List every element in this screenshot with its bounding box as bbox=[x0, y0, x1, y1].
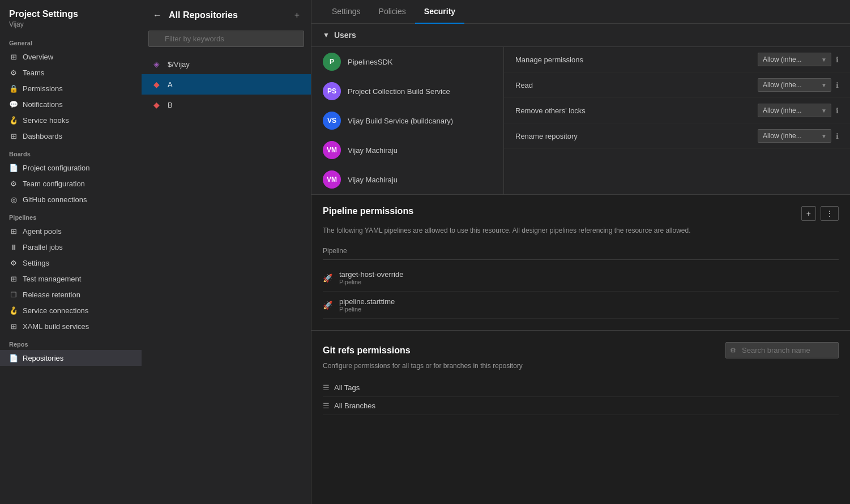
user-item-vijay-machiraju-1[interactable]: VM Vijay Machiraju bbox=[311, 135, 503, 165]
git-refs-header: Git refs permissions ⚙ bbox=[323, 342, 839, 358]
select-wrapper-read: Allow (inhe... ▼ bbox=[758, 78, 831, 92]
sidebar-item-xaml-build[interactable]: ⊞ XAML build services bbox=[0, 318, 142, 334]
sidebar-item-label: XAML build services bbox=[23, 322, 89, 331]
pipeline-item-starttime: 🚀 pipeline.starttime Pipeline bbox=[323, 292, 839, 319]
user-item-vijay-machiraju-2[interactable]: VM Vijay Machiraju bbox=[311, 165, 503, 194]
xaml-icon: ⊞ bbox=[9, 322, 18, 331]
team-config-icon: ⚙ bbox=[9, 179, 18, 188]
sidebar-item-label: Settings bbox=[23, 259, 49, 267]
git-ref-name-all-branches: All Branches bbox=[334, 402, 375, 410]
pipeline-permissions-title: Pipeline permissions bbox=[323, 206, 413, 216]
sidebar-item-notifications[interactable]: 💬 Notifications bbox=[0, 96, 142, 112]
permission-label-manage: Manage permissions bbox=[515, 55, 583, 64]
sidebar-item-label: Repositories bbox=[23, 354, 63, 362]
sidebar-item-test-management[interactable]: ⊞ Test management bbox=[0, 271, 142, 287]
sidebar-item-parallel-jobs[interactable]: ⏸ Parallel jobs bbox=[0, 239, 142, 255]
repo-icon-a: ◆ bbox=[151, 79, 162, 90]
sidebar-item-team-configuration[interactable]: ⚙ Team configuration bbox=[0, 176, 142, 191]
permission-control-read: Allow (inhe... ▼ ℹ bbox=[758, 78, 839, 92]
parallel-jobs-icon: ⏸ bbox=[9, 242, 18, 251]
back-button[interactable]: ← bbox=[151, 8, 164, 23]
sidebar-item-permissions[interactable]: 🔒 Permissions bbox=[0, 80, 142, 96]
tabs-bar: Settings Policies Security bbox=[311, 0, 850, 24]
pipeline-item-type-starttime: Pipeline bbox=[339, 306, 395, 313]
avatar-pipelinesdk: P bbox=[323, 53, 341, 71]
tab-settings[interactable]: Settings bbox=[323, 0, 370, 24]
info-icon-manage[interactable]: ℹ bbox=[836, 55, 839, 64]
repo-name-a: A bbox=[168, 80, 173, 89]
pipeline-permissions-section: Pipeline permissions + ⋮ The following Y… bbox=[311, 195, 850, 331]
permissions-panel: Manage permissions Allow (inhe... ▼ ℹ Re… bbox=[504, 47, 850, 194]
repo-name-vijay: $/Vijay bbox=[168, 60, 190, 69]
sidebar-subtitle: Vijay bbox=[9, 20, 133, 28]
repo-item-b[interactable]: ◆ B bbox=[142, 95, 311, 115]
search-branch-wrapper: ⚙ bbox=[725, 342, 839, 358]
sidebar-item-label: GitHub connections bbox=[23, 195, 87, 204]
pipeline-description: The following YAML pipelines are allowed… bbox=[323, 225, 708, 236]
repo-item-vijay[interactable]: ◈ $/Vijay bbox=[142, 54, 311, 74]
middle-header: ← All Repositories + bbox=[142, 0, 311, 31]
info-icon-rename[interactable]: ℹ bbox=[836, 132, 839, 140]
permission-select-rename[interactable]: Allow (inhe... bbox=[758, 129, 831, 143]
sidebar-item-label: Team configuration bbox=[23, 180, 85, 188]
user-item-pipelinesdk[interactable]: P PipelinesSDK bbox=[311, 47, 503, 76]
sidebar-section-repos: Repos bbox=[0, 334, 142, 350]
permission-label-rename: Rename repository bbox=[515, 132, 578, 140]
filter-bar: ⚙ bbox=[142, 31, 311, 54]
add-repo-button[interactable]: + bbox=[292, 8, 302, 23]
main-content: Settings Policies Security ▼ Users P Pip… bbox=[311, 0, 850, 504]
add-pipeline-button[interactable]: + bbox=[801, 206, 816, 221]
tab-security[interactable]: Security bbox=[415, 0, 464, 24]
users-title: Users bbox=[334, 31, 356, 40]
info-icon-remove-locks[interactable]: ℹ bbox=[836, 106, 839, 115]
permission-control-rename: Allow (inhe... ▼ ℹ bbox=[758, 129, 839, 143]
sidebar-item-project-configuration[interactable]: 📄 Project configuration bbox=[0, 160, 142, 176]
repo-name-b: B bbox=[168, 101, 173, 109]
user-item-vijay-build[interactable]: VS Vijay Build Service (buildcanary) bbox=[311, 106, 503, 135]
user-name-vijay-build: Vijay Build Service (buildcanary) bbox=[348, 117, 453, 125]
sidebar-item-agent-pools[interactable]: ⊞ Agent pools bbox=[0, 223, 142, 239]
sidebar-item-teams[interactable]: ⚙ Teams bbox=[0, 65, 142, 80]
pipeline-actions: + ⋮ bbox=[801, 206, 839, 221]
sidebar-item-dashboards[interactable]: ⊞ Dashboards bbox=[0, 128, 142, 144]
select-wrapper-remove-locks: Allow (inhe... ▼ bbox=[758, 104, 831, 117]
users-chevron-icon: ▼ bbox=[323, 31, 330, 39]
repo-item-a[interactable]: ◆ A bbox=[142, 74, 311, 95]
pipeline-permissions-header: Pipeline permissions + ⋮ bbox=[323, 206, 839, 221]
sidebar-item-release-retention[interactable]: ☐ Release retention bbox=[0, 287, 142, 302]
sidebar-item-repositories[interactable]: 📄 Repositories bbox=[0, 350, 142, 366]
sidebar-item-label: Service connections bbox=[23, 306, 88, 315]
avatar-vijay-machiraju-2: VM bbox=[323, 170, 341, 189]
permission-row-remove-locks: Remove others' locks Allow (inhe... ▼ ℹ bbox=[504, 98, 850, 123]
teams-icon: ⚙ bbox=[9, 68, 18, 77]
release-retention-icon: ☐ bbox=[9, 290, 18, 299]
sidebar-item-label: Release retention bbox=[23, 291, 80, 299]
sidebar-item-label: Teams bbox=[23, 69, 44, 77]
pipeline-more-button[interactable]: ⋮ bbox=[821, 206, 839, 221]
branches-icon: ☰ bbox=[323, 402, 330, 410]
filter-input[interactable] bbox=[148, 31, 304, 47]
search-branch-input[interactable] bbox=[725, 342, 839, 358]
pipeline-item-type-target-host: Pipeline bbox=[339, 279, 403, 285]
pipeline-item-target-host: 🚀 target-host-override Pipeline bbox=[323, 264, 839, 292]
pipeline-item-name-target-host: target-host-override bbox=[339, 270, 403, 279]
avatar-vijay-build: VS bbox=[323, 112, 341, 130]
sidebar-item-overview[interactable]: ⊞ Overview bbox=[0, 49, 142, 65]
user-item-project-collection[interactable]: PS Project Collection Build Service bbox=[311, 76, 503, 106]
sidebar-item-service-connections[interactable]: 🪝 Service connections bbox=[0, 302, 142, 318]
permission-select-manage[interactable]: Allow (inhe... bbox=[758, 53, 831, 66]
git-ref-item-all-branches[interactable]: ☰ All Branches bbox=[323, 397, 839, 415]
tab-policies[interactable]: Policies bbox=[370, 0, 415, 24]
permission-control-manage: Allow (inhe... ▼ ℹ bbox=[758, 53, 839, 66]
git-ref-item-all-tags[interactable]: ☰ All Tags bbox=[323, 379, 839, 397]
settings-icon: ⚙ bbox=[9, 258, 18, 267]
sidebar-item-label: Notifications bbox=[23, 100, 63, 109]
tags-icon: ☰ bbox=[323, 383, 330, 392]
sidebar-item-service-hooks[interactable]: 🪝 Service hooks bbox=[0, 112, 142, 128]
sidebar-item-settings[interactable]: ⚙ Settings bbox=[0, 255, 142, 271]
permission-select-remove-locks[interactable]: Allow (inhe... bbox=[758, 104, 831, 117]
info-icon-read[interactable]: ℹ bbox=[836, 81, 839, 89]
permission-select-read[interactable]: Allow (inhe... bbox=[758, 78, 831, 92]
agent-pools-icon: ⊞ bbox=[9, 227, 18, 236]
sidebar-item-github-connections[interactable]: ◎ GitHub connections bbox=[0, 191, 142, 207]
